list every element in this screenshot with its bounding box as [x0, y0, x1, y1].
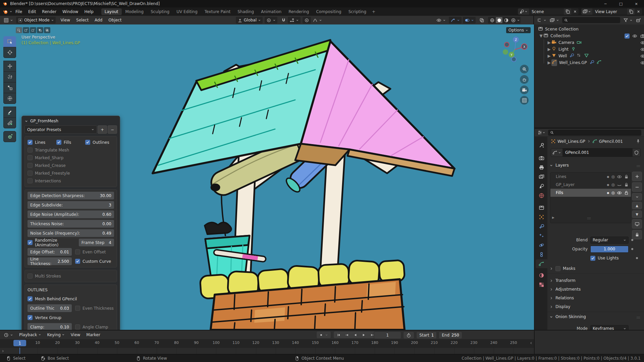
nav-movcam-button[interactable] — [520, 85, 529, 94]
outliner-item-label[interactable]: Camera — [558, 40, 574, 45]
section-adjustments[interactable]: Adjustments — [549, 286, 581, 293]
properties-tab-physics[interactable] — [536, 241, 547, 249]
breadcrumb-data[interactable]: GPencil.001 — [599, 139, 623, 144]
isolate-layer-button[interactable] — [632, 219, 642, 229]
outliner-search-input[interactable] — [562, 17, 620, 23]
timeline-menu-playback[interactable]: Playback — [16, 332, 44, 338]
layer-row-lines[interactable]: Lines●◎ — [550, 173, 631, 181]
properties-tab-tool[interactable] — [536, 141, 547, 149]
clamp-slider[interactable]: Clamp: 0.10 — [28, 323, 72, 330]
minimize-button[interactable]: ─ — [598, 0, 613, 7]
vertex-group-checkbox[interactable]: Vertex Group — [28, 314, 114, 321]
outliner-row-scene-collection[interactable]: Scene Collection — [535, 26, 644, 33]
lines-checkbox[interactable]: Lines — [28, 138, 56, 146]
outliner-row-collection[interactable]: ▼Collection — [535, 33, 644, 39]
nav-magnifier-button[interactable] — [520, 65, 529, 73]
even-thickness-checkbox[interactable]: Even Thickness — [75, 304, 114, 312]
panel-grip[interactable]: :::: — [636, 315, 640, 319]
add-workspace-tab[interactable]: + — [370, 8, 378, 15]
nav-gridico-button[interactable] — [520, 96, 529, 105]
disclosure-open-icon[interactable]: ▼ — [539, 34, 543, 38]
gizmo-x-label[interactable]: X — [523, 45, 525, 49]
outliner-item-label[interactable]: Light — [558, 47, 569, 52]
layer-visibility-toggle[interactable] — [617, 190, 622, 195]
remove-view-layer-button[interactable] — [635, 8, 642, 15]
tool-cursor-button[interactable] — [3, 47, 16, 58]
layer-specials-dropdown[interactable] — [632, 193, 642, 200]
layer-lock-toggle[interactable] — [624, 190, 629, 195]
properties-tab-texture[interactable] — [536, 280, 547, 289]
remove-layer-button[interactable] — [632, 182, 642, 192]
workspace-tab-texture-paint[interactable]: Texture Paint — [201, 8, 234, 15]
masks-checkbox[interactable] — [555, 266, 560, 271]
layer-visibility-toggle[interactable] — [617, 182, 622, 187]
section-transform[interactable]: Transform — [549, 277, 576, 284]
close-button[interactable]: × — [629, 0, 644, 7]
layer-opacity-slider[interactable]: 1.000 — [590, 246, 629, 253]
viewport-menu-add[interactable]: Add — [92, 17, 105, 23]
gizmos-dropdown[interactable] — [449, 17, 462, 23]
timeline-editor-type-button[interactable] — [2, 331, 15, 338]
properties-tab-effects[interactable] — [536, 231, 547, 240]
move-layer-up-button[interactable]: ▲ — [632, 202, 642, 209]
snap-target-dropdown[interactable] — [288, 17, 301, 23]
collapse-panel-icon[interactable] — [24, 119, 28, 123]
layer-visibility-toggle[interactable] — [617, 174, 622, 179]
marked-freestyle-checkbox[interactable]: Marked_Freestyle — [28, 169, 114, 177]
outliner-filter-dropdown[interactable] — [622, 17, 634, 23]
tool-measure-button[interactable] — [3, 117, 16, 128]
hide-viewport-toggle[interactable] — [640, 54, 644, 59]
xray-toggle[interactable] — [478, 17, 486, 23]
gizmo-z-neg[interactable] — [512, 57, 516, 62]
gizmo-y-neg[interactable] — [503, 49, 508, 55]
outliner-item-label[interactable]: Scene Collection — [545, 27, 579, 32]
multi-strokes-checkbox[interactable]: Multi Strokes — [28, 272, 114, 280]
new-view-layer-button[interactable] — [627, 8, 635, 15]
scene-selector[interactable]: Scene — [518, 8, 579, 15]
proportional-edit-toggle[interactable] — [303, 17, 311, 23]
gizmo-x-neg[interactable] — [504, 42, 509, 47]
properties-tab-collection[interactable] — [536, 203, 547, 212]
tool-rotate-button[interactable] — [3, 71, 16, 82]
hide-viewport-toggle[interactable] — [640, 47, 644, 52]
mode-dropdown[interactable]: Object Mode — [16, 17, 56, 23]
auto-keying-toggle[interactable] — [316, 331, 331, 339]
thickness-noise-slider[interactable]: Thickness Noise:0.00 — [28, 220, 114, 228]
view-layer-selector[interactable]: View Layer — [581, 8, 642, 15]
properties-tab-data[interactable] — [536, 259, 547, 268]
edge-offset-slider[interactable]: Edge Offset: 0.01 — [28, 248, 72, 256]
edge-detection-sharpness-slider[interactable]: Edge Detection Sharpness:30.00 — [28, 192, 114, 199]
scene-name[interactable]: Scene — [529, 9, 564, 14]
overlays-dropdown[interactable] — [463, 17, 476, 23]
timeline-menu-marker[interactable]: Marker — [83, 332, 103, 338]
collection-enable-checkbox[interactable] — [625, 34, 630, 39]
menu-render[interactable]: Render — [39, 9, 59, 15]
onion-skin-toggle[interactable]: ◎ — [611, 190, 615, 195]
play-reverse-button[interactable] — [351, 332, 359, 338]
marked-sharp-checkbox[interactable]: Marked_Sharp — [28, 154, 114, 162]
tool-scale-button[interactable] — [3, 82, 16, 93]
disable-render-toggle[interactable] — [640, 34, 644, 39]
current-frame-indicator[interactable]: 1 — [13, 340, 26, 346]
edge-noise-amplitude-slider[interactable]: Edge Noise (Amplitude):0.60 — [28, 210, 114, 218]
line-thickness-slider[interactable]: Line Thickness: 2.500 — [28, 257, 72, 265]
properties-tab-constraints[interactable] — [536, 250, 547, 259]
region-toggle-icon[interactable] — [530, 342, 533, 345]
pin-id-button[interactable] — [636, 139, 641, 144]
animate-dot[interactable] — [631, 248, 633, 250]
move-layer-down-button[interactable]: ▼ — [632, 210, 642, 218]
current-frame-field[interactable]: 1 — [374, 331, 401, 339]
outliner-row-well[interactable]: ▶Well — [535, 53, 644, 59]
outliner-item-label[interactable]: Well_Lines.GP — [559, 60, 587, 65]
outliner-row-camera[interactable]: ▶Camera — [535, 39, 644, 46]
view-layer-name[interactable]: View Layer — [592, 9, 627, 14]
navigation-gizmo[interactable]: Z X Y — [501, 35, 528, 62]
gizmo-y-label[interactable]: Y — [510, 53, 513, 57]
frame-step-field[interactable]: Frame Step 4 — [79, 239, 114, 246]
shading-wireframe-button[interactable] — [489, 17, 495, 23]
angle-clamp-checkbox[interactable]: Angle Clamp — [75, 323, 114, 330]
maximize-button[interactable]: □ — [613, 0, 629, 7]
options-dropdown[interactable]: Options — [506, 27, 531, 33]
editor-type-button[interactable] — [2, 17, 15, 23]
viewport-menu-view[interactable]: View — [58, 17, 73, 23]
